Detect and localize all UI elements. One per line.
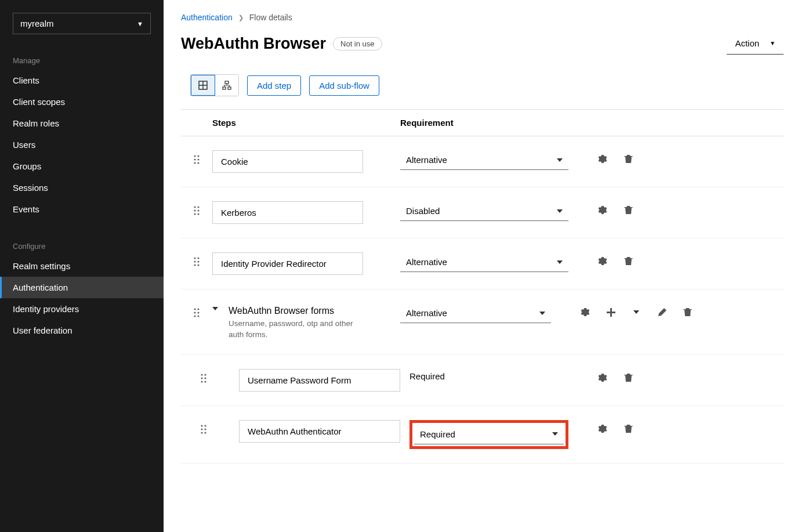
flow-row: Identity Provider RedirectorAlternative bbox=[181, 238, 784, 289]
plus-icon[interactable] bbox=[606, 307, 616, 317]
svg-point-32 bbox=[194, 315, 195, 317]
column-steps: Steps bbox=[181, 118, 400, 128]
svg-point-37 bbox=[204, 377, 206, 379]
svg-point-29 bbox=[197, 308, 199, 310]
requirement-select[interactable]: Disabled bbox=[400, 201, 568, 221]
requirement-select[interactable]: Required bbox=[414, 425, 564, 444]
requirement-value: Alternative bbox=[406, 155, 447, 165]
trash-icon[interactable] bbox=[623, 372, 633, 383]
gear-icon[interactable] bbox=[597, 154, 608, 164]
caret-down-icon bbox=[557, 260, 563, 264]
svg-point-17 bbox=[197, 206, 199, 208]
requirement-value: Disabled bbox=[406, 206, 440, 216]
expand-toggle[interactable] bbox=[212, 303, 229, 310]
add-subflow-button[interactable]: Add sub-flow bbox=[309, 75, 379, 96]
action-label: Action bbox=[735, 38, 759, 48]
svg-point-31 bbox=[197, 312, 199, 313]
svg-point-10 bbox=[194, 155, 195, 157]
svg-point-18 bbox=[194, 209, 195, 211]
svg-point-23 bbox=[197, 257, 199, 259]
trash-icon[interactable] bbox=[623, 205, 633, 215]
table-header: Steps Requirement bbox=[181, 109, 784, 136]
requirement-select[interactable]: Alternative bbox=[400, 252, 568, 272]
caret-down-icon bbox=[557, 158, 563, 162]
pencil-icon[interactable] bbox=[657, 307, 667, 317]
svg-point-22 bbox=[194, 257, 195, 259]
trash-icon[interactable] bbox=[623, 154, 633, 164]
subflow-name: WebAuthn Browser forms bbox=[229, 306, 400, 316]
gear-icon[interactable] bbox=[597, 256, 608, 266]
flow-row: Username Password FormRequired bbox=[181, 355, 784, 406]
svg-point-34 bbox=[201, 374, 202, 375]
trash-icon[interactable] bbox=[623, 424, 633, 434]
svg-point-21 bbox=[197, 213, 199, 215]
svg-point-41 bbox=[204, 425, 206, 426]
action-dropdown[interactable]: Action ▼ bbox=[727, 32, 784, 55]
svg-rect-3 bbox=[225, 81, 229, 84]
caret-down-icon bbox=[552, 432, 558, 436]
sidebar-item-realm-roles[interactable]: Realm roles bbox=[0, 113, 164, 134]
drag-handle[interactable] bbox=[181, 420, 226, 434]
svg-point-44 bbox=[201, 432, 202, 433]
sidebar-item-client-scopes[interactable]: Client scopes bbox=[0, 91, 164, 113]
requirement-value: Required bbox=[409, 369, 568, 381]
sidebar-item-groups[interactable]: Groups bbox=[0, 155, 164, 177]
breadcrumb-current: Flow details bbox=[249, 13, 292, 22]
drag-handle[interactable] bbox=[181, 150, 212, 164]
svg-point-26 bbox=[194, 264, 195, 266]
svg-point-30 bbox=[194, 312, 195, 313]
sidebar-item-user-federation[interactable]: User federation bbox=[0, 320, 164, 341]
svg-point-28 bbox=[194, 308, 195, 310]
sidebar-item-realm-settings[interactable]: Realm settings bbox=[0, 255, 164, 277]
svg-point-20 bbox=[194, 213, 195, 215]
drag-handle[interactable] bbox=[181, 252, 212, 266]
gear-icon[interactable] bbox=[597, 205, 608, 215]
gear-icon[interactable] bbox=[597, 372, 608, 383]
requirement-select[interactable]: Alternative bbox=[400, 150, 568, 170]
breadcrumb-link-authentication[interactable]: Authentication bbox=[181, 13, 233, 22]
step-name-box: Identity Provider Redirector bbox=[212, 252, 363, 275]
caret-down-icon: ▼ bbox=[137, 20, 143, 27]
requirement-select[interactable]: Alternative bbox=[400, 303, 551, 323]
diagram-icon bbox=[222, 81, 231, 90]
sidebar-item-sessions[interactable]: Sessions bbox=[0, 177, 164, 198]
sidebar-item-users[interactable]: Users bbox=[0, 134, 164, 155]
gear-icon[interactable] bbox=[580, 307, 590, 317]
svg-point-43 bbox=[204, 428, 206, 430]
svg-point-13 bbox=[197, 158, 199, 160]
flow-row: CookieAlternative bbox=[181, 136, 784, 187]
drag-handle[interactable] bbox=[181, 201, 212, 215]
flow-row: WebAuthn Browser formsUsername, password… bbox=[181, 289, 784, 355]
status-badge: Not in use bbox=[333, 37, 382, 50]
svg-point-42 bbox=[201, 428, 202, 430]
svg-point-33 bbox=[197, 315, 199, 317]
step-name-box: Kerberos bbox=[212, 201, 363, 224]
drag-handle[interactable] bbox=[181, 369, 226, 383]
svg-point-11 bbox=[197, 155, 199, 157]
gear-icon[interactable] bbox=[597, 424, 608, 434]
requirement-value: Alternative bbox=[406, 308, 447, 318]
sidebar-item-events[interactable]: Events bbox=[0, 198, 164, 220]
sidebar-item-identity-providers[interactable]: Identity providers bbox=[0, 298, 164, 320]
realm-selector[interactable]: myrealm ▼ bbox=[13, 13, 151, 34]
caret-down-icon bbox=[539, 312, 545, 315]
svg-point-15 bbox=[197, 162, 199, 164]
svg-point-12 bbox=[194, 158, 195, 160]
sidebar-item-clients[interactable]: Clients bbox=[0, 70, 164, 91]
caret-down-icon[interactable] bbox=[631, 307, 641, 317]
main-content: Authentication ❯ Flow details WebAuthn B… bbox=[164, 0, 801, 532]
add-step-button[interactable]: Add step bbox=[247, 75, 301, 96]
toolbar: Add step Add sub-flow bbox=[181, 74, 784, 96]
trash-icon[interactable] bbox=[623, 256, 633, 266]
step-name-box: Cookie bbox=[212, 150, 363, 173]
requirement-value: Alternative bbox=[406, 257, 447, 267]
drag-handle[interactable] bbox=[181, 303, 212, 317]
svg-point-38 bbox=[201, 381, 202, 382]
view-toggle bbox=[190, 74, 239, 96]
view-diagram-button[interactable] bbox=[215, 75, 238, 96]
sidebar-item-authentication[interactable]: Authentication bbox=[0, 277, 164, 298]
sidebar-section-manage: Manage bbox=[0, 52, 164, 70]
view-table-button[interactable] bbox=[191, 75, 215, 96]
column-requirement: Requirement bbox=[400, 118, 454, 128]
trash-icon[interactable] bbox=[682, 307, 693, 317]
